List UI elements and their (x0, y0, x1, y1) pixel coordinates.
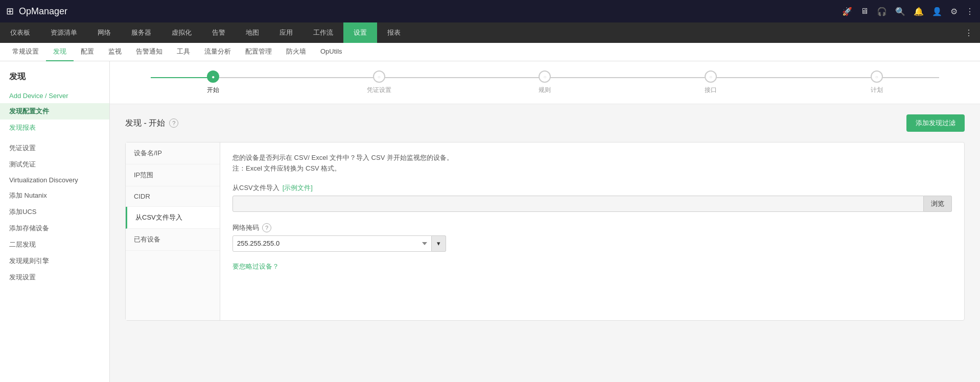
nav-alarm[interactable]: 告警 (202, 22, 236, 43)
csv-description: 您的设备是否列示在 CSV/ Excel 文件中？导入 CSV 并开始监视您的设… (232, 153, 952, 174)
discovery-form: 您的设备是否列示在 CSV/ Excel 文件中？导入 CSV 并开始监视您的设… (220, 142, 964, 320)
step-label-schedule: 计划 (871, 86, 883, 94)
user-icon[interactable]: 👤 (932, 7, 942, 16)
discovery-title-text: 发现 - 开始 (125, 118, 165, 129)
top-icons: 🚀 🖥 🎧 🔍 🔔 👤 ⚙ ⋮ (842, 7, 974, 16)
file-input-row: 浏览 (232, 196, 952, 212)
step-circle-schedule: ○ (871, 70, 883, 83)
step-label-credential: 凭证设置 (367, 86, 391, 94)
step-circle-start: ● (207, 70, 219, 83)
nav-dashboard[interactable]: 仪表板 (0, 22, 40, 43)
sidebar-item-nutanix[interactable]: 添加 Nutanix (0, 187, 109, 204)
bell-icon[interactable]: 🔔 (914, 7, 924, 16)
network-mask-label-text: 网络掩码 (232, 223, 259, 232)
skip-devices-link[interactable]: 要您略过设备？ (232, 262, 279, 270)
sub-firewall[interactable]: 防火墙 (279, 43, 313, 61)
grid-icon[interactable]: ⊞ (6, 6, 14, 17)
sidebar-item-discovery-report[interactable]: 发现报表 (0, 120, 109, 136)
csv-desc-line1: 您的设备是否列示在 CSV/ Excel 文件中？导入 CSV 并开始监视您的设… (232, 153, 952, 163)
nav-app[interactable]: 应用 (269, 22, 303, 43)
sub-config[interactable]: 配置 (74, 43, 101, 61)
tab-existing-device[interactable]: 已有设备 (126, 229, 220, 251)
top-bar: ⊞ OpManager 🚀 🖥 🎧 🔍 🔔 👤 ⚙ ⋮ (0, 0, 980, 22)
nav-more-icon[interactable]: ⋮ (958, 28, 980, 38)
discovery-tabs: 设备名/IP IP范围 CIDR 从CSV文件导入 已有设备 (126, 142, 220, 320)
step-start: ● 开始 (130, 70, 296, 94)
nav-virtualization[interactable]: 虚拟化 (161, 22, 202, 43)
add-filter-button[interactable]: 添加发现过滤 (906, 114, 965, 132)
step-interface: ○ 接口 (628, 70, 794, 94)
network-mask-select[interactable]: 255.255.255.0 (232, 235, 432, 252)
sidebar-item-test-credential[interactable]: 测试凭证 (0, 156, 109, 173)
sub-discovery[interactable]: 发现 (46, 43, 74, 61)
sidebar-item-credential[interactable]: 凭证设置 (0, 140, 109, 156)
csv-file-input[interactable] (232, 196, 924, 212)
main-content: ● 开始 ○ 凭证设置 ○ 规则 ○ 接口 ○ 计划 (110, 61, 980, 382)
nav-server[interactable]: 服务器 (121, 22, 161, 43)
step-rule: ○ 规则 (462, 70, 628, 94)
rocket-icon[interactable]: 🚀 (842, 7, 852, 16)
browse-button[interactable]: 浏览 (924, 196, 952, 212)
progress-section: ● 开始 ○ 凭证设置 ○ 规则 ○ 接口 ○ 计划 (110, 61, 980, 104)
tab-ip-range[interactable]: IP范围 (126, 164, 220, 186)
headset-icon[interactable]: 🎧 (877, 7, 887, 16)
main-nav: 仪表板 资源清单 网络 服务器 虚拟化 告警 地图 应用 工作流 设置 报表 ⋮ (0, 22, 980, 43)
discovery-panel: 设备名/IP IP范围 CIDR 从CSV文件导入 已有设备 您的设备是否列示在… (125, 142, 965, 321)
sub-config-mgmt[interactable]: 配置管理 (238, 43, 279, 61)
tab-cidr[interactable]: CIDR (126, 186, 220, 207)
csv-label-text: 从CSV文件导入 (232, 183, 279, 193)
sub-monitor[interactable]: 监视 (101, 43, 129, 61)
search-icon[interactable]: 🔍 (895, 7, 905, 16)
sample-file-link[interactable]: [示例文件] (283, 183, 313, 193)
step-label-interface: 接口 (705, 86, 717, 94)
step-label-start: 开始 (207, 86, 219, 94)
sidebar-title: 发现 (0, 66, 109, 88)
step-credential: ○ 凭证设置 (296, 70, 462, 94)
nav-inventory[interactable]: 资源清单 (40, 22, 87, 43)
sidebar-item-virt-discovery[interactable]: Virtualization Discovery (0, 173, 109, 187)
sidebar-item-rule-engine[interactable]: 发现规则引擎 (0, 253, 109, 269)
sidebar-item-storage[interactable]: 添加存储设备 (0, 220, 109, 236)
step-label-rule: 规则 (539, 86, 551, 94)
discovery-content: 发现 - 开始 ? 添加发现过滤 设备名/IP IP范围 CIDR 从CSV文件… (110, 104, 980, 331)
mask-select-wrapper: 255.255.255.0 ▾ (232, 235, 952, 252)
step-circle-rule: ○ (539, 70, 551, 83)
discovery-title: 发现 - 开始 ? (125, 118, 178, 129)
sub-tools[interactable]: 工具 (170, 43, 197, 61)
discovery-header: 发现 - 开始 ? 添加发现过滤 (125, 114, 965, 132)
progress-steps: ● 开始 ○ 凭证设置 ○ 规则 ○ 接口 ○ 计划 (130, 70, 960, 104)
sub-flow[interactable]: 流量分析 (197, 43, 238, 61)
sidebar-item-discovery-settings[interactable]: 发现设置 (0, 269, 109, 285)
settings-icon[interactable]: ⚙ (950, 7, 958, 16)
sub-oputils[interactable]: OpUtils (313, 43, 349, 61)
app-title: OpManager (19, 6, 842, 17)
more-icon[interactable]: ⋮ (966, 7, 974, 16)
select-arrow-icon[interactable]: ▾ (432, 235, 446, 252)
sub-general[interactable]: 常规设置 (5, 43, 46, 61)
network-mask-help-icon[interactable]: ? (262, 223, 271, 232)
monitor-icon[interactable]: 🖥 (860, 7, 869, 16)
network-mask-label-row: 网络掩码 ? (232, 223, 952, 232)
step-schedule: ○ 计划 (794, 70, 960, 94)
sub-nav: 常规设置 发现 配置 监视 告警通知 工具 流量分析 配置管理 防火墙 OpUt… (0, 43, 980, 61)
nav-settings[interactable]: 设置 (343, 22, 377, 43)
nav-network[interactable]: 网络 (87, 22, 121, 43)
help-icon[interactable]: ? (169, 118, 178, 128)
nav-workflow[interactable]: 工作流 (303, 22, 343, 43)
sidebar: 发现 Add Device / Server 发现配置文件 发现报表 凭证设置 … (0, 61, 110, 382)
nav-report[interactable]: 报表 (377, 22, 411, 43)
csv-import-label: 从CSV文件导入 [示例文件] (232, 183, 952, 193)
nav-map[interactable]: 地图 (236, 22, 269, 43)
step-circle-credential: ○ (373, 70, 385, 83)
step-circle-interface: ○ (705, 70, 717, 83)
sub-alarm-notify[interactable]: 告警通知 (129, 43, 170, 61)
sidebar-item-discovery-profile[interactable]: 发现配置文件 (0, 103, 109, 120)
sidebar-item-ucs[interactable]: 添加UCS (0, 204, 109, 220)
page-layout: 发现 Add Device / Server 发现配置文件 发现报表 凭证设置 … (0, 61, 980, 382)
tab-device-ip[interactable]: 设备名/IP (126, 142, 220, 164)
tab-csv-import[interactable]: 从CSV文件导入 (126, 207, 220, 229)
sidebar-item-layer2[interactable]: 二层发现 (0, 236, 109, 253)
sidebar-item-add-device[interactable]: Add Device / Server (0, 88, 109, 103)
csv-desc-line2: 注：Excel 文件应转换为 CSV 格式。 (232, 163, 952, 174)
